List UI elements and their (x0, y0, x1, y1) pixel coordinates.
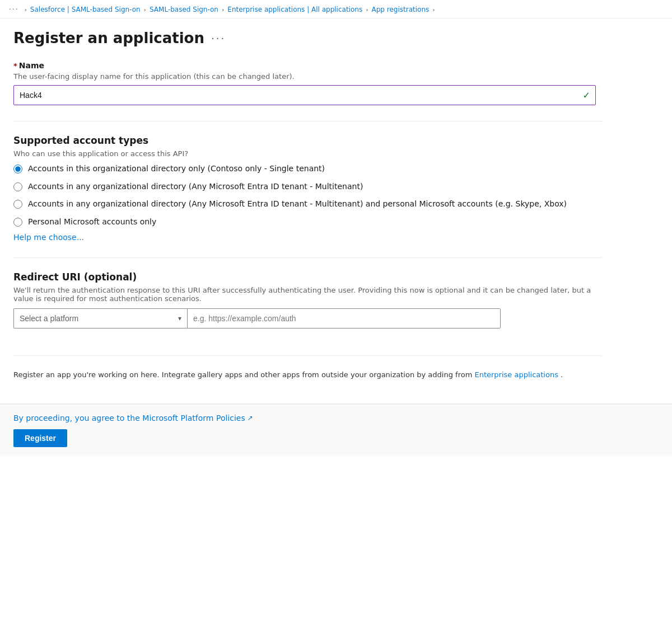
radio-label-any-org-personal: Accounts in any organizational directory… (28, 199, 567, 210)
divider-2 (13, 257, 603, 258)
policy-text: By proceeding, you agree to the Microsof… (13, 414, 245, 423)
footer-note: Register an app you're working on here. … (13, 355, 603, 379)
radio-personal-only[interactable] (13, 218, 22, 227)
radio-item-personal-only[interactable]: Personal Microsoft accounts only (13, 217, 603, 228)
redirect-description: We'll return the authentication response… (13, 286, 603, 303)
platform-select[interactable]: Select a platform Web Single-page applic… (13, 308, 187, 328)
name-input-wrapper: ✓ (13, 85, 596, 105)
breadcrumb-salesforce[interactable]: Salesforce | SAML-based Sign-on (30, 6, 141, 13)
radio-item-any-org[interactable]: Accounts in any organizational directory… (13, 181, 603, 193)
breadcrumb: ··· › Salesforce | SAML-based Sign-on › … (0, 0, 672, 18)
account-types-description: Who can use this application or access t… (13, 149, 603, 158)
radio-any-org[interactable] (13, 182, 22, 191)
radio-any-org-personal[interactable] (13, 200, 22, 209)
page-header: Register an application ··· (0, 18, 672, 52)
name-label: * Name (13, 61, 603, 70)
breadcrumb-sep-4: › (432, 6, 435, 13)
platform-select-wrapper: Select a platform Web Single-page applic… (13, 308, 187, 328)
breadcrumb-sep-2: › (222, 6, 224, 13)
policy-agreement: By proceeding, you agree to the Microsof… (13, 414, 659, 423)
name-description: The user-facing display name for this ap… (13, 72, 603, 81)
divider-1 (13, 121, 603, 121)
breadcrumb-sep-1: › (144, 6, 146, 13)
footer-bottom: By proceeding, you agree to the Microsof… (0, 403, 672, 456)
breadcrumb-saml[interactable]: SAML-based Sign-on (150, 6, 218, 13)
breadcrumb-enterprise[interactable]: Enterprise applications | All applicatio… (227, 6, 362, 13)
register-button[interactable]: Register (13, 429, 67, 447)
external-link-icon: ↗ (248, 414, 253, 422)
redirect-section: Redirect URI (optional) We'll return the… (13, 271, 603, 328)
radio-label-org-only: Accounts in this organizational director… (28, 163, 325, 175)
radio-org-only[interactable] (13, 165, 22, 173)
breadcrumb-app-reg[interactable]: App registrations (372, 6, 430, 13)
breadcrumb-sep-0: › (24, 6, 26, 13)
check-icon: ✓ (583, 90, 590, 101)
radio-label-personal-only: Personal Microsoft accounts only (28, 217, 156, 228)
header-more-button[interactable]: ··· (211, 32, 226, 44)
main-content: * Name The user-facing display name for … (0, 52, 616, 392)
footer-note-text-before: Register an app you're working on here. … (13, 370, 472, 379)
enterprise-applications-link[interactable]: Enterprise applications (474, 370, 558, 379)
account-types-radio-group: Accounts in this organizational director… (13, 163, 603, 227)
required-star: * (13, 62, 17, 70)
redirect-inputs: Select a platform Web Single-page applic… (13, 308, 501, 328)
breadcrumb-ellipsis[interactable]: ··· (9, 6, 18, 13)
name-section: * Name The user-facing display name for … (13, 61, 603, 105)
name-label-text: Name (19, 61, 44, 70)
breadcrumb-sep-3: › (366, 6, 368, 13)
policy-link[interactable]: By proceeding, you agree to the Microsof… (13, 414, 253, 423)
redirect-title: Redirect URI (optional) (13, 271, 603, 283)
radio-item-org-only[interactable]: Accounts in this organizational director… (13, 163, 603, 175)
help-me-choose-link[interactable]: Help me choose... (13, 233, 84, 242)
radio-item-any-org-personal[interactable]: Accounts in any organizational directory… (13, 199, 603, 210)
radio-label-any-org: Accounts in any organizational directory… (28, 181, 363, 193)
footer-note-text-after: . (561, 370, 563, 379)
page-title: Register an application (13, 30, 204, 46)
name-input[interactable] (13, 85, 596, 105)
account-types-section: Supported account types Who can use this… (13, 135, 603, 242)
account-types-title: Supported account types (13, 135, 603, 146)
redirect-uri-input[interactable] (187, 308, 501, 328)
